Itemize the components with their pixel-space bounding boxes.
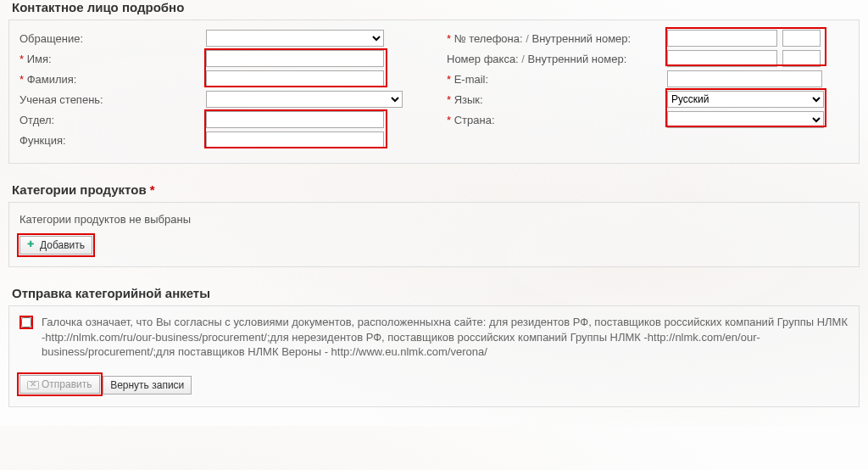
label-email: * E-mail:: [447, 73, 667, 86]
label-last-name: * Фамилия:: [19, 73, 206, 86]
contact-section-title: Контактное лицо подробно: [0, 0, 868, 20]
submit-panel: Галочка означает, что Вы согласны с усло…: [8, 305, 860, 407]
fax-ext-input[interactable]: [782, 50, 821, 67]
agree-checkbox[interactable]: [21, 317, 31, 327]
label-phone: * № телефона: / Внутренний номер:: [447, 32, 667, 45]
label-country: * Страна:: [447, 114, 667, 126]
degree-select[interactable]: [206, 91, 403, 108]
label-first-name: * Имя:: [19, 53, 206, 65]
plus-icon: [27, 240, 37, 250]
label-fax: Номер факса: / Внутренний номер:: [447, 53, 667, 65]
label-salutation: Обращение:: [19, 32, 206, 45]
phone-input[interactable]: [667, 30, 777, 47]
fax-input[interactable]: [667, 50, 777, 67]
reset-button[interactable]: Вернуть записи: [103, 376, 192, 394]
first-name-input[interactable]: [206, 50, 384, 67]
phone-ext-input[interactable]: [782, 30, 821, 47]
categories-section-title: Категории продуктов *: [0, 182, 868, 202]
contact-col-right: * № телефона: / Внутренний номер: Номер …: [447, 29, 849, 151]
email-input[interactable]: [667, 70, 822, 87]
categories-panel: Категории продуктов не выбраны Добавить: [8, 202, 860, 267]
contact-col-left: Обращение: * Имя: * Фамилия: Ученая степ…: [19, 29, 421, 151]
send-button[interactable]: Отправить: [19, 375, 100, 394]
label-language: * Язык:: [447, 93, 667, 106]
label-function: Функция:: [19, 134, 206, 147]
function-input[interactable]: [206, 131, 384, 148]
agree-checkbox-highlight: [19, 316, 33, 329]
label-degree: Ученая степень:: [19, 93, 206, 106]
label-department: Отдел:: [19, 114, 206, 126]
last-name-input[interactable]: [206, 70, 384, 87]
categories-empty-msg: Категории продуктов не выбраны: [19, 211, 849, 236]
mail-icon: [27, 381, 39, 389]
submit-section-title: Отправка категорийной анкеты: [0, 286, 868, 305]
agree-text: Галочка означает, что Вы согласны с усло…: [42, 315, 849, 360]
department-input[interactable]: [206, 111, 384, 128]
contact-panel: Обращение: * Имя: * Фамилия: Ученая степ…: [8, 20, 860, 164]
add-category-button[interactable]: Добавить: [19, 236, 92, 255]
country-select[interactable]: [667, 111, 824, 128]
salutation-select[interactable]: [206, 30, 384, 47]
language-select[interactable]: Русский: [667, 91, 824, 108]
